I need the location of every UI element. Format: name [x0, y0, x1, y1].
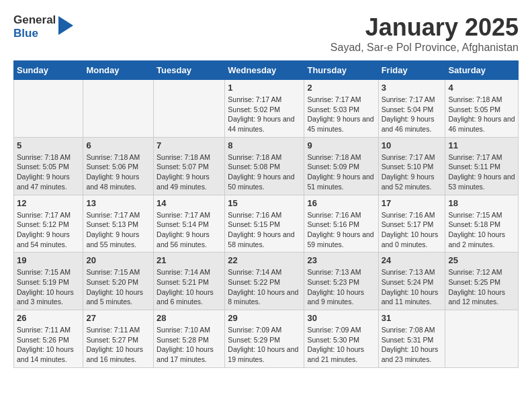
day-number: 10 — [382, 140, 443, 150]
day-info: Sunrise: 7:18 AM Sunset: 5:06 PM Dayligh… — [86, 152, 150, 192]
day-info: Sunrise: 7:09 AM Sunset: 5:30 PM Dayligh… — [307, 325, 375, 365]
day-number: 14 — [157, 198, 222, 208]
calendar-cell: 5Sunrise: 7:18 AM Sunset: 5:05 PM Daylig… — [14, 137, 83, 195]
calendar-cell: 6Sunrise: 7:18 AM Sunset: 5:06 PM Daylig… — [83, 137, 154, 195]
header-row: SundayMondayTuesdayWednesdayThursdayFrid… — [14, 61, 519, 80]
calendar-cell: 14Sunrise: 7:17 AM Sunset: 5:14 PM Dayli… — [154, 195, 225, 253]
day-number: 7 — [157, 140, 222, 150]
day-number: 19 — [17, 255, 80, 265]
day-number: 24 — [382, 255, 443, 265]
day-number: 29 — [228, 313, 301, 323]
day-info: Sunrise: 7:18 AM Sunset: 5:05 PM Dayligh… — [17, 152, 80, 192]
calendar-cell: 15Sunrise: 7:16 AM Sunset: 5:15 PM Dayli… — [225, 195, 304, 253]
day-info: Sunrise: 7:18 AM Sunset: 5:09 PM Dayligh… — [307, 152, 375, 192]
day-number: 13 — [86, 198, 150, 208]
calendar-cell: 3Sunrise: 7:17 AM Sunset: 5:04 PM Daylig… — [378, 80, 445, 138]
calendar-cell: 17Sunrise: 7:16 AM Sunset: 5:17 PM Dayli… — [378, 195, 445, 253]
day-number: 6 — [86, 140, 150, 150]
calendar-cell: 31Sunrise: 7:08 AM Sunset: 5:31 PM Dayli… — [378, 310, 445, 368]
logo-general: General — [13, 13, 56, 27]
day-number: 22 — [228, 255, 301, 265]
calendar-cell: 1Sunrise: 7:17 AM Sunset: 5:02 PM Daylig… — [225, 80, 304, 138]
day-info: Sunrise: 7:15 AM Sunset: 5:18 PM Dayligh… — [448, 210, 515, 250]
calendar-cell: 20Sunrise: 7:15 AM Sunset: 5:20 PM Dayli… — [83, 253, 154, 310]
calendar-cell — [154, 80, 225, 138]
day-info: Sunrise: 7:11 AM Sunset: 5:27 PM Dayligh… — [86, 325, 150, 365]
day-number: 28 — [157, 313, 222, 323]
header: General Blue January 2025 Sayad, Sar-e P… — [13, 13, 519, 54]
svg-marker-0 — [58, 16, 73, 35]
day-info: Sunrise: 7:18 AM Sunset: 5:07 PM Dayligh… — [157, 152, 222, 192]
calendar-cell — [445, 310, 519, 368]
calendar-cell: 27Sunrise: 7:11 AM Sunset: 5:27 PM Dayli… — [83, 310, 154, 368]
calendar-cell: 10Sunrise: 7:17 AM Sunset: 5:10 PM Dayli… — [378, 137, 445, 195]
logo-blue: Blue — [13, 27, 56, 40]
location-title: Sayad, Sar-e Pol Province, Afghanistan — [330, 42, 519, 54]
day-info: Sunrise: 7:17 AM Sunset: 5:02 PM Dayligh… — [228, 95, 301, 134]
calendar-cell: 16Sunrise: 7:16 AM Sunset: 5:16 PM Dayli… — [304, 195, 378, 253]
day-number: 9 — [307, 140, 375, 150]
day-number: 31 — [382, 313, 443, 323]
calendar-cell: 28Sunrise: 7:10 AM Sunset: 5:28 PM Dayli… — [154, 310, 225, 368]
calendar-cell: 2Sunrise: 7:17 AM Sunset: 5:03 PM Daylig… — [304, 80, 378, 138]
day-number: 8 — [228, 140, 301, 150]
header-cell-wednesday: Wednesday — [225, 61, 304, 80]
calendar-cell: 7Sunrise: 7:18 AM Sunset: 5:07 PM Daylig… — [154, 137, 225, 195]
day-info: Sunrise: 7:16 AM Sunset: 5:17 PM Dayligh… — [382, 210, 443, 250]
calendar-cell: 13Sunrise: 7:17 AM Sunset: 5:13 PM Dayli… — [83, 195, 154, 253]
calendar-cell: 19Sunrise: 7:15 AM Sunset: 5:19 PM Dayli… — [14, 253, 83, 310]
day-number: 26 — [17, 313, 80, 323]
day-info: Sunrise: 7:16 AM Sunset: 5:16 PM Dayligh… — [307, 210, 375, 250]
week-row-3: 19Sunrise: 7:15 AM Sunset: 5:19 PM Dayli… — [14, 253, 519, 310]
title-area: January 2025 Sayad, Sar-e Pol Province, … — [330, 13, 519, 54]
day-number: 30 — [307, 313, 375, 323]
day-info: Sunrise: 7:08 AM Sunset: 5:31 PM Dayligh… — [382, 325, 443, 365]
header-cell-sunday: Sunday — [14, 61, 83, 80]
header-cell-friday: Friday — [378, 61, 445, 80]
day-number: 2 — [307, 83, 375, 93]
day-number: 1 — [228, 83, 301, 93]
day-number: 21 — [157, 255, 222, 265]
day-number: 15 — [228, 198, 301, 208]
day-info: Sunrise: 7:17 AM Sunset: 5:11 PM Dayligh… — [448, 152, 515, 192]
calendar-cell: 9Sunrise: 7:18 AM Sunset: 5:09 PM Daylig… — [304, 137, 378, 195]
day-number: 16 — [307, 198, 375, 208]
day-info: Sunrise: 7:17 AM Sunset: 5:04 PM Dayligh… — [382, 95, 443, 134]
day-number: 3 — [382, 83, 443, 93]
header-cell-tuesday: Tuesday — [154, 61, 225, 80]
calendar-cell: 12Sunrise: 7:17 AM Sunset: 5:12 PM Dayli… — [14, 195, 83, 253]
calendar-cell: 22Sunrise: 7:14 AM Sunset: 5:22 PM Dayli… — [225, 253, 304, 310]
week-row-2: 12Sunrise: 7:17 AM Sunset: 5:12 PM Dayli… — [14, 195, 519, 253]
calendar-cell: 23Sunrise: 7:13 AM Sunset: 5:23 PM Dayli… — [304, 253, 378, 310]
day-number: 18 — [448, 198, 515, 208]
calendar-cell: 24Sunrise: 7:13 AM Sunset: 5:24 PM Dayli… — [378, 253, 445, 310]
calendar-cell: 25Sunrise: 7:12 AM Sunset: 5:25 PM Dayli… — [445, 253, 519, 310]
calendar-cell: 8Sunrise: 7:18 AM Sunset: 5:08 PM Daylig… — [225, 137, 304, 195]
calendar-cell: 26Sunrise: 7:11 AM Sunset: 5:26 PM Dayli… — [14, 310, 83, 368]
day-info: Sunrise: 7:12 AM Sunset: 5:25 PM Dayligh… — [448, 267, 515, 307]
logo-icon — [58, 16, 73, 35]
header-cell-saturday: Saturday — [445, 61, 519, 80]
calendar-cell: 21Sunrise: 7:14 AM Sunset: 5:21 PM Dayli… — [154, 253, 225, 310]
day-info: Sunrise: 7:13 AM Sunset: 5:23 PM Dayligh… — [307, 267, 375, 307]
month-title: January 2025 — [330, 13, 519, 42]
day-number: 12 — [17, 198, 80, 208]
day-info: Sunrise: 7:17 AM Sunset: 5:13 PM Dayligh… — [86, 210, 150, 250]
day-number: 11 — [448, 140, 515, 150]
week-row-0: 1Sunrise: 7:17 AM Sunset: 5:02 PM Daylig… — [14, 80, 519, 138]
day-info: Sunrise: 7:09 AM Sunset: 5:29 PM Dayligh… — [228, 325, 301, 365]
day-number: 27 — [86, 313, 150, 323]
header-cell-thursday: Thursday — [304, 61, 378, 80]
day-info: Sunrise: 7:11 AM Sunset: 5:26 PM Dayligh… — [17, 325, 80, 365]
day-info: Sunrise: 7:14 AM Sunset: 5:21 PM Dayligh… — [157, 267, 222, 307]
day-info: Sunrise: 7:17 AM Sunset: 5:03 PM Dayligh… — [307, 95, 375, 134]
day-number: 25 — [448, 255, 515, 265]
logo: General Blue — [13, 13, 73, 40]
day-info: Sunrise: 7:17 AM Sunset: 5:14 PM Dayligh… — [157, 210, 222, 250]
calendar-table: SundayMondayTuesdayWednesdayThursdayFrid… — [13, 60, 519, 368]
day-info: Sunrise: 7:18 AM Sunset: 5:05 PM Dayligh… — [448, 95, 515, 134]
day-info: Sunrise: 7:18 AM Sunset: 5:08 PM Dayligh… — [228, 152, 301, 192]
week-row-4: 26Sunrise: 7:11 AM Sunset: 5:26 PM Dayli… — [14, 310, 519, 368]
day-info: Sunrise: 7:13 AM Sunset: 5:24 PM Dayligh… — [382, 267, 443, 307]
header-cell-monday: Monday — [83, 61, 154, 80]
